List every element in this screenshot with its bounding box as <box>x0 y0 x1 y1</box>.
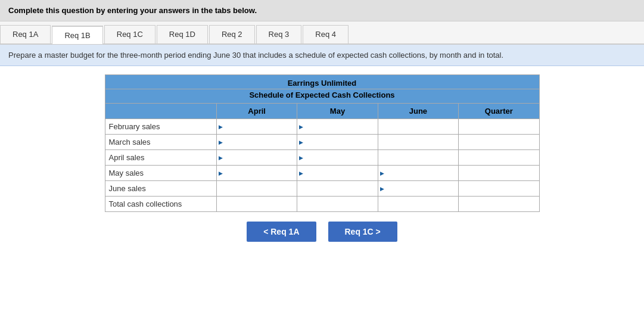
row-label-march: March sales <box>105 135 216 150</box>
input-feb-april[interactable] <box>226 121 293 132</box>
input-total-june[interactable] <box>382 199 455 209</box>
next-button[interactable]: Req 1C > <box>328 222 397 242</box>
cell-mar-april[interactable] <box>216 135 297 150</box>
cell-feb-april[interactable] <box>216 119 297 135</box>
col-header-may: May <box>297 104 378 119</box>
cell-total-june[interactable] <box>378 197 458 212</box>
cell-apr-june[interactable] <box>378 150 458 166</box>
input-mar-june[interactable] <box>382 137 455 147</box>
cash-collections-table: Earrings Unlimited Schedule of Expected … <box>105 74 540 212</box>
cell-apr-quarter[interactable] <box>459 150 539 166</box>
input-total-may[interactable] <box>301 199 374 209</box>
tab-req1c[interactable]: Req 1C <box>104 25 155 43</box>
schedule-title-row: Schedule of Expected Cash Collections <box>105 89 539 104</box>
tab-req2[interactable]: Req 2 <box>209 25 255 43</box>
input-mar-quarter[interactable] <box>462 137 535 147</box>
cell-total-april[interactable] <box>216 197 297 212</box>
cell-may-june[interactable] <box>378 166 458 181</box>
input-feb-june[interactable] <box>382 121 455 132</box>
row-total-cash-collections: Total cash collections <box>105 197 539 212</box>
input-jun-june[interactable] <box>388 183 455 194</box>
row-may-sales: May sales <box>105 166 539 181</box>
input-jun-quarter[interactable] <box>462 183 535 194</box>
tab-req4[interactable]: Req 4 <box>303 25 349 43</box>
row-march-sales: March sales <box>105 135 539 150</box>
input-jun-april[interactable] <box>220 183 293 194</box>
input-apr-quarter[interactable] <box>462 152 535 163</box>
tabs-bar: Req 1A Req 1B Req 1C Req 1D Req 2 Req 3 … <box>0 21 644 45</box>
cell-apr-april[interactable] <box>216 150 297 166</box>
tab-req3[interactable]: Req 3 <box>256 25 302 43</box>
input-feb-quarter[interactable] <box>462 121 535 132</box>
col-header-june: June <box>378 104 458 119</box>
input-may-april[interactable] <box>226 168 293 178</box>
input-may-quarter[interactable] <box>462 168 535 178</box>
body-instruction: Prepare a master budget for the three-mo… <box>0 45 644 66</box>
cell-may-may[interactable] <box>297 166 378 181</box>
cell-jun-quarter[interactable] <box>459 181 539 197</box>
navigation-buttons: < Req 1A Req 1C > <box>8 222 636 242</box>
schedule-title: Schedule of Expected Cash Collections <box>249 91 394 99</box>
input-may-june[interactable] <box>388 168 455 178</box>
row-february-sales: February sales <box>105 119 539 135</box>
row-label-june: June sales <box>105 181 216 197</box>
input-mar-may[interactable] <box>307 137 374 147</box>
prev-button[interactable]: < Req 1A <box>247 222 316 242</box>
input-total-quarter[interactable] <box>462 199 535 209</box>
table-container: Earrings Unlimited Schedule of Expected … <box>105 74 540 212</box>
col-header-quarter: Quarter <box>459 104 539 119</box>
col-header-april: April <box>216 104 297 119</box>
input-feb-may[interactable] <box>307 121 374 132</box>
input-jun-may[interactable] <box>301 183 374 194</box>
company-name: Earrings Unlimited <box>288 79 357 88</box>
cell-apr-may[interactable] <box>297 150 378 166</box>
top-instruction-bar: Complete this question by entering your … <box>0 0 644 21</box>
row-june-sales: June sales <box>105 181 539 197</box>
cell-feb-may[interactable] <box>297 119 378 135</box>
col-header-label <box>105 104 216 119</box>
tab-req1d[interactable]: Req 1D <box>157 25 208 43</box>
cell-jun-june[interactable] <box>378 181 458 197</box>
top-instruction-text: Complete this question by entering your … <box>8 6 257 15</box>
cell-may-april[interactable] <box>216 166 297 181</box>
cell-feb-june[interactable] <box>378 119 458 135</box>
input-apr-april[interactable] <box>226 152 293 163</box>
input-mar-april[interactable] <box>226 137 293 147</box>
input-may-may[interactable] <box>307 168 374 178</box>
row-label-april: April sales <box>105 150 216 166</box>
row-label-total: Total cash collections <box>105 197 216 212</box>
row-april-sales: April sales <box>105 150 539 166</box>
cell-jun-may[interactable] <box>297 181 378 197</box>
tab-req1a[interactable]: Req 1A <box>0 25 51 43</box>
cell-mar-june[interactable] <box>378 135 458 150</box>
column-header-row: April May June Quarter <box>105 104 539 119</box>
input-total-april[interactable] <box>220 199 293 209</box>
tab-req1b[interactable]: Req 1B <box>52 26 102 44</box>
row-label-february: February sales <box>105 119 216 135</box>
body-instruction-text: Prepare a master budget for the three-mo… <box>8 51 503 60</box>
cell-mar-may[interactable] <box>297 135 378 150</box>
cell-jun-april[interactable] <box>216 181 297 197</box>
cell-mar-quarter[interactable] <box>459 135 539 150</box>
row-label-may: May sales <box>105 166 216 181</box>
cell-total-may[interactable] <box>297 197 378 212</box>
company-title-row: Earrings Unlimited <box>105 75 539 89</box>
main-content: Earrings Unlimited Schedule of Expected … <box>0 66 644 248</box>
cell-may-quarter[interactable] <box>459 166 539 181</box>
input-apr-may[interactable] <box>307 152 374 163</box>
cell-feb-quarter[interactable] <box>459 119 539 135</box>
input-apr-june[interactable] <box>382 152 455 163</box>
cell-total-quarter[interactable] <box>459 197 539 212</box>
